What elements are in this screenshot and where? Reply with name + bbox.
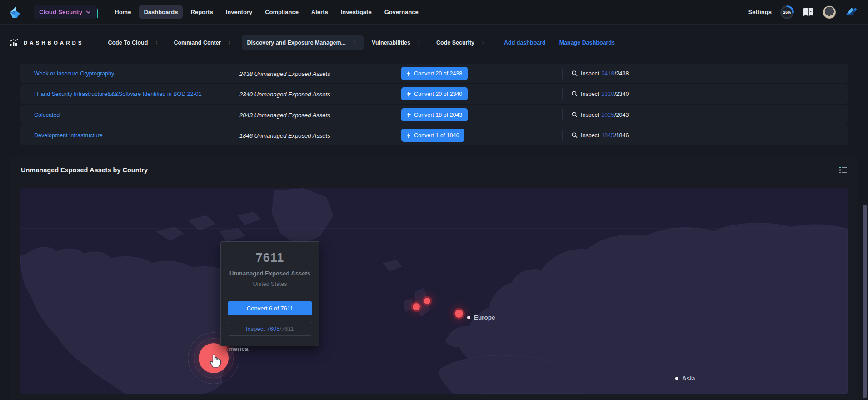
issue-name-link[interactable]: Colocated bbox=[34, 112, 60, 118]
convert-button[interactable]: Convert 18 of 2043 bbox=[401, 108, 468, 121]
chevron-down-icon bbox=[86, 10, 91, 14]
bolt-icon bbox=[407, 112, 411, 118]
issue-name-link[interactable]: Development Infrastructure bbox=[34, 132, 103, 139]
inspect-link[interactable]: Inspect 2025/2043 bbox=[572, 112, 629, 118]
tab-code-security[interactable]: Code Security ⋮ bbox=[431, 35, 492, 50]
table-row: Colocated 2043 Unmanaged Exposed Assets … bbox=[20, 105, 848, 125]
region-label-asia: Asia bbox=[675, 375, 695, 382]
map-marker[interactable] bbox=[413, 303, 420, 310]
table-row: Weak or Insecure Cryptography 2438 Unman… bbox=[20, 64, 848, 83]
kebab-menu-icon[interactable]: ⋮ bbox=[226, 40, 234, 46]
region-dot bbox=[675, 377, 678, 380]
column-divider bbox=[562, 130, 563, 141]
convert-button[interactable]: Convert 20 of 2438 bbox=[401, 67, 468, 80]
issue-name-link[interactable]: Weak or Insecure Cryptography bbox=[34, 70, 114, 77]
tab-vulnerabilities[interactable]: Vulnerabilities ⋮ bbox=[366, 35, 428, 50]
inspect-done-count: 2025 bbox=[601, 112, 614, 118]
tooltip-country: United States bbox=[221, 281, 319, 287]
product-switcher[interactable]: Cloud Security bbox=[34, 5, 97, 19]
asset-count: 2438 Unmanaged Exposed Assets bbox=[239, 70, 330, 77]
column-divider bbox=[562, 68, 563, 79]
tooltip-inspect-button[interactable]: Inspect 7605/7611 bbox=[228, 322, 312, 336]
tooltip-metric: Unmanaged Exposed Assets bbox=[221, 270, 319, 277]
nav-item-investigate[interactable]: Investigate bbox=[336, 5, 376, 19]
convert-button[interactable]: Convert 1 of 1846 bbox=[401, 129, 464, 142]
region-dot bbox=[467, 316, 470, 319]
table-row: IT and Security Infrastructure&&&Softwar… bbox=[20, 84, 848, 104]
inspect-link[interactable]: Inspect 2418/2438 bbox=[572, 70, 629, 77]
add-dashboard-link[interactable]: Add dashboard bbox=[504, 40, 546, 46]
kebab-menu-icon[interactable]: ⋮ bbox=[479, 40, 487, 46]
dashboards-toolbar: DASHBOARDS Code To Cloud ⋮ Command Cente… bbox=[0, 30, 868, 55]
inspect-done-count: 1845 bbox=[601, 132, 614, 139]
topnav-right-cluster: Settings 26% bbox=[748, 5, 859, 20]
nav-item-inventory[interactable]: Inventory bbox=[221, 5, 257, 19]
table-row: Development Infrastructure 1846 Unmanage… bbox=[20, 125, 848, 145]
widget-title: Unmanaged Exposed Assets by Country bbox=[21, 166, 148, 174]
tab-code-to-cloud[interactable]: Code To Cloud ⋮ bbox=[102, 35, 165, 50]
dashboards-chart-icon bbox=[9, 38, 19, 47]
column-divider bbox=[232, 88, 232, 100]
license-progress-value: 26% bbox=[780, 5, 794, 20]
magnifier-icon bbox=[572, 91, 578, 97]
brand-logo-icon[interactable] bbox=[844, 5, 859, 20]
cortex-logo-icon[interactable] bbox=[7, 5, 23, 20]
inspect-link[interactable]: Inspect 1845/1846 bbox=[572, 132, 629, 139]
kebab-menu-icon[interactable]: ⋮ bbox=[415, 40, 423, 46]
tab-command-center[interactable]: Command Center ⋮ bbox=[168, 35, 239, 50]
inspect-total-count: /2438 bbox=[614, 70, 629, 77]
issue-name-link[interactable]: IT and Security Infrastructure&&&Softwar… bbox=[34, 91, 202, 97]
map-widget-card: Unmanaged Exposed Assets by Country bbox=[10, 157, 858, 399]
dashboard-actions: Add dashboard Manage Dashboards bbox=[504, 40, 615, 46]
column-divider bbox=[232, 130, 232, 141]
asset-count: 2340 Unmanaged Exposed Assets bbox=[239, 90, 330, 97]
nav-item-governance[interactable]: Governance bbox=[380, 5, 423, 19]
bolt-icon bbox=[407, 132, 411, 138]
map-marker[interactable] bbox=[424, 298, 430, 304]
map-tooltip-card: 7611 Unmanaged Exposed Assets United Sta… bbox=[220, 241, 319, 346]
scrollbar-thumb[interactable] bbox=[863, 205, 867, 398]
tab-discovery-and-exposure-management[interactable]: Discovery and Exposure Managem... ⋮ bbox=[242, 35, 364, 50]
world-map[interactable]: Europe Asia America 7611 Unmanaged Expos… bbox=[20, 188, 848, 394]
docs-book-icon[interactable] bbox=[803, 7, 814, 17]
inspect-done-count: 2320 bbox=[601, 91, 614, 97]
map-marker-united-states[interactable] bbox=[199, 343, 229, 373]
list-view-icon[interactable] bbox=[839, 166, 847, 174]
bolt-icon bbox=[407, 70, 411, 76]
dashboard-tabs: Code To Cloud ⋮ Command Center ⋮ Discove… bbox=[102, 35, 492, 50]
inspect-total-count: /2043 bbox=[614, 112, 629, 118]
settings-link[interactable]: Settings bbox=[748, 9, 772, 15]
tooltip-convert-button[interactable]: Convert 6 of 7611 bbox=[228, 301, 312, 315]
magnifier-icon bbox=[572, 132, 578, 138]
divider bbox=[94, 38, 94, 48]
page-scrollbar[interactable] bbox=[862, 50, 868, 400]
inspect-total-count: /2340 bbox=[614, 91, 629, 97]
map-marker[interactable] bbox=[455, 310, 463, 318]
bolt-icon bbox=[407, 91, 411, 97]
asset-count: 1846 Unmanaged Exposed Assets bbox=[239, 132, 330, 139]
nav-item-alerts[interactable]: Alerts bbox=[307, 5, 333, 19]
app-screen: Cloud Security Home Dashboards Reports I… bbox=[0, 0, 868, 400]
top-navigation-bar: Cloud Security Home Dashboards Reports I… bbox=[0, 0, 868, 25]
convert-button[interactable]: Convert 20 of 2340 bbox=[401, 87, 468, 100]
map-graticule-line bbox=[20, 228, 848, 229]
column-divider bbox=[232, 68, 232, 79]
inspect-done-count: 2418 bbox=[601, 70, 614, 77]
user-avatar[interactable] bbox=[823, 5, 836, 19]
nav-item-home[interactable]: Home bbox=[110, 5, 135, 19]
world-map-landmasses bbox=[20, 188, 848, 394]
asset-count: 2043 Unmanaged Exposed Assets bbox=[239, 111, 330, 118]
kebab-menu-icon[interactable]: ⋮ bbox=[350, 40, 358, 46]
dashboards-title: DASHBOARDS bbox=[9, 38, 84, 47]
product-name: Cloud Security bbox=[39, 9, 82, 15]
nav-item-compliance[interactable]: Compliance bbox=[260, 5, 303, 19]
primary-nav: Home Dashboards Reports Inventory Compli… bbox=[110, 5, 423, 19]
kebab-menu-icon[interactable]: ⋮ bbox=[152, 40, 160, 46]
license-progress-ring[interactable]: 26% bbox=[780, 5, 794, 20]
manage-dashboards-link[interactable]: Manage Dashboards bbox=[559, 40, 615, 46]
inspect-link[interactable]: Inspect 2320/2340 bbox=[572, 91, 629, 97]
magnifier-icon bbox=[572, 112, 578, 118]
nav-item-reports[interactable]: Reports bbox=[186, 5, 218, 19]
inspect-total-count: /1846 bbox=[614, 132, 629, 139]
nav-item-dashboards[interactable]: Dashboards bbox=[139, 5, 182, 19]
